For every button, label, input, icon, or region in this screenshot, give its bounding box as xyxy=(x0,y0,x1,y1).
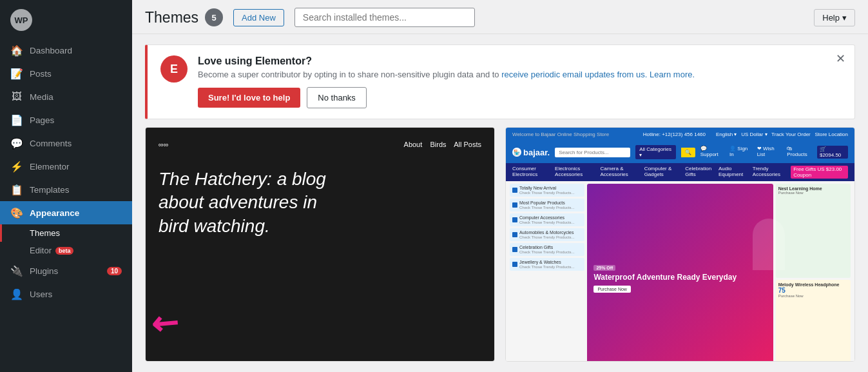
search-themes-input[interactable] xyxy=(294,8,475,27)
hatchery-nav: ∞∞ About Birds All Posts xyxy=(159,141,481,148)
sure-help-button[interactable]: Sure! I'd love to help xyxy=(198,88,300,108)
bajaar-categories: All Categories ▾ xyxy=(635,145,676,159)
bajaar-promo-nest: Nest Learning Home Purchase Now xyxy=(776,184,851,278)
bajaar-model-image xyxy=(753,219,785,270)
media-icon: 🖼 xyxy=(10,90,23,103)
sidebar-subitem-editor[interactable]: Editor beta xyxy=(0,242,132,259)
appearance-icon: 🎨 xyxy=(10,206,23,219)
dashboard-icon: 🏠 xyxy=(10,44,23,57)
sidebar-item-label: Media xyxy=(30,92,53,102)
bajaar-search-button[interactable]: 🔍 xyxy=(681,148,695,157)
editor-subitem-label: Editor xyxy=(30,246,52,255)
add-new-button[interactable]: Add New xyxy=(233,9,284,26)
bajaar-right-promos: Nest Learning Home Purchase Now Melody W… xyxy=(776,184,851,361)
learn-more-link2[interactable]: Learn more. xyxy=(650,70,695,79)
main-content: Themes 5 Add New Help ▾ E Love using Ele… xyxy=(132,0,868,372)
bajaar-category-computer: Computer AccessoriesCheck Those Trendy P… xyxy=(510,213,584,226)
plugins-count-badge: 10 xyxy=(107,267,122,275)
sidebar-item-templates[interactable]: 📋 Templates xyxy=(0,178,132,201)
theme-card-bajaar[interactable]: Welcome to Bajaar Online Shopping Store … xyxy=(505,127,855,362)
bajaar-search-input[interactable] xyxy=(555,148,630,157)
comments-icon: 💬 xyxy=(10,137,23,150)
sidebar-item-pages[interactable]: 📄 Pages xyxy=(0,108,132,132)
sidebar-logo[interactable]: WP xyxy=(0,0,132,37)
receive-updates-link[interactable]: receive periodic email updates from us. xyxy=(501,70,647,79)
posts-icon: 📝 xyxy=(10,67,23,80)
no-thanks-button[interactable]: No thanks xyxy=(307,87,367,108)
hatchery-background: ∞∞ About Birds All Posts The Hatchery: a… xyxy=(146,128,494,361)
bajaar-cart: 🛒 $2094.50 xyxy=(817,146,848,159)
sidebar-subitem-themes[interactable]: Themes xyxy=(0,224,132,242)
bajaar-main-banner: 25% Off Waterproof Adventure Ready Every… xyxy=(587,184,773,361)
computer-icon xyxy=(512,217,517,222)
bajaar-promo-headphone: Melody Wireless Headphone 75 Purchase No… xyxy=(776,280,851,362)
themes-grid: ∞∞ About Birds All Posts The Hatchery: a… xyxy=(132,127,868,372)
sidebar-nav: 🏠 Dashboard 📝 Posts 🖼 Media 📄 Pages 💬 Co… xyxy=(0,39,132,306)
bajaar-purchase-button[interactable]: Purchase Now xyxy=(593,286,631,293)
bajaar-hero: Totally New ArrivalCheck Those Trendy Pr… xyxy=(506,181,854,361)
elementor-logo-icon: E xyxy=(160,55,188,83)
sidebar-item-users[interactable]: 👤 Users xyxy=(0,282,132,306)
bajaar-logo: 🏪 bajaar. xyxy=(512,148,550,157)
sidebar-item-dashboard[interactable]: 🏠 Dashboard xyxy=(0,39,132,62)
banner-description: Become a super contributor by opting in … xyxy=(198,70,842,79)
themes-subitem-label: Themes xyxy=(30,228,60,238)
pages-icon: 📄 xyxy=(10,113,23,126)
bajaar-sale-badge: 25% Off xyxy=(593,265,615,271)
bajaar-category-jewellery: Jewellery & WatchesCheck Those Trendy Pr… xyxy=(510,258,584,271)
elementor-icon: ⚡ xyxy=(10,160,23,173)
popular-icon xyxy=(512,202,517,208)
banner-title: Love using Elementor? xyxy=(198,55,842,67)
elementor-banner: E Love using Elementor? Become a super c… xyxy=(145,44,855,119)
new-arrival-icon xyxy=(512,188,517,193)
sidebar-item-label: Users xyxy=(30,289,52,299)
bajaar-hero-banner: 25% Off Waterproof Adventure Ready Every… xyxy=(587,184,773,361)
bajaar-signin: 👤 Sign In xyxy=(729,146,751,159)
page-title-area: Themes 5 xyxy=(145,8,223,26)
plugins-icon: 🔌 xyxy=(10,264,23,277)
templates-icon: 📋 xyxy=(10,183,23,196)
bajaar-wishlist: ❤ Wish List xyxy=(757,146,781,159)
sidebar-item-label: Comments xyxy=(30,139,72,148)
sidebar-item-posts[interactable]: 📝 Posts xyxy=(0,62,132,85)
banner-content: Love using Elementor? Become a super con… xyxy=(198,55,842,108)
sidebar-item-label: Elementor xyxy=(30,162,70,171)
sidebar-item-label: Posts xyxy=(30,69,52,79)
hatchery-title: The Hatchery: a blog about adventures in… xyxy=(159,168,385,238)
bajaar-header: Welcome to Bajaar Online Shopping Store … xyxy=(506,128,854,141)
sidebar-item-elementor[interactable]: ⚡ Elementor xyxy=(0,155,132,178)
jewellery-icon xyxy=(512,262,517,267)
bajaar-category-popular: Most Popular ProductsCheck Those Trendy … xyxy=(510,199,584,211)
page-title: Themes xyxy=(145,9,198,26)
bajaar-category-automobiles: Automobiles & MotorcyclesCheck Those Tre… xyxy=(510,228,584,241)
sidebar-item-comments[interactable]: 💬 Comments xyxy=(0,132,132,155)
bajaar-promo: Free Gifts US $23.00 Coupon xyxy=(791,166,848,179)
theme-card-hatchery[interactable]: ∞∞ About Birds All Posts The Hatchery: a… xyxy=(145,127,495,362)
bajaar-categories-list: Totally New ArrivalCheck Those Trendy Pr… xyxy=(510,184,584,361)
bajaar-products: 🛍 Products xyxy=(787,146,811,159)
auto-icon xyxy=(512,232,517,237)
bajaar-logo-row: 🏪 bajaar. All Categories ▾ 🔍 💬 Support 👤… xyxy=(506,141,854,163)
sidebar-item-media[interactable]: 🖼 Media xyxy=(0,85,132,108)
bajaar-hero-text: Waterproof Adventure Ready Everyday xyxy=(593,273,737,282)
bajaar-category-celebration: Celebration GiftsCheck Those Trendy Prod… xyxy=(510,243,584,256)
banner-actions: Sure! I'd love to help No thanks xyxy=(198,87,842,108)
bajaar-support: 💬 Support xyxy=(700,146,723,159)
appearance-label: Appearance xyxy=(30,208,79,218)
help-button[interactable]: Help ▾ xyxy=(814,9,855,26)
hatchery-nav-links: About Birds All Posts xyxy=(404,141,481,148)
sidebar-item-plugins[interactable]: 🔌 Plugins 10 xyxy=(0,259,132,282)
sidebar-item-label: Pages xyxy=(30,115,54,125)
hatchery-arrow-icon: ↙ xyxy=(146,300,188,346)
sidebar-item-label: Plugins xyxy=(30,266,58,276)
beta-badge: beta xyxy=(55,247,74,255)
banner-close-button[interactable]: ✕ xyxy=(836,53,845,64)
bajaar-logo-icon: 🏪 xyxy=(512,148,521,157)
bajaar-category-new-arrival: Totally New ArrivalCheck Those Trendy Pr… xyxy=(510,184,584,197)
sidebar-item-appearance[interactable]: 🎨 Appearance xyxy=(0,201,132,224)
themes-count-badge: 5 xyxy=(205,8,223,26)
hatchery-preview: ∞∞ About Birds All Posts The Hatchery: a… xyxy=(146,128,494,361)
bajaar-nav2: Consumer Electronics Electronics Accesso… xyxy=(506,163,854,181)
bajaar-preview: Welcome to Bajaar Online Shopping Store … xyxy=(506,128,854,361)
topbar: Themes 5 Add New Help ▾ xyxy=(132,0,868,34)
